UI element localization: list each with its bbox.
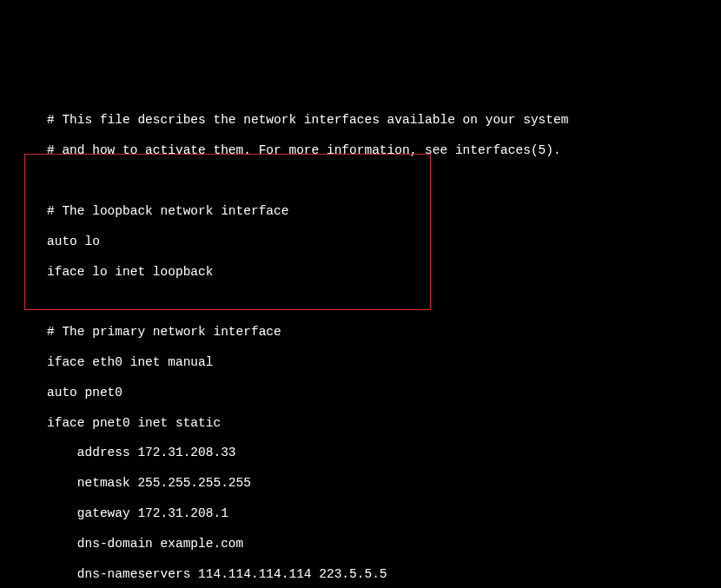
config-line: gateway 172.31.208.1: [47, 506, 721, 521]
config-line: dns-nameservers 114.114.114.114 223.5.5.…: [47, 567, 721, 582]
config-line: # The loopback network interface: [47, 204, 721, 219]
config-line: # and how to activate them. For more inf…: [47, 143, 721, 158]
config-line: dns-domain example.com: [47, 537, 721, 552]
config-line: address 172.31.208.33: [47, 446, 721, 460]
config-line: auto pnet0: [47, 386, 721, 400]
config-line: iface eth0 inet manual: [47, 355, 721, 370]
config-line: iface lo inet loopback: [47, 265, 721, 280]
config-line: netmask 255.255.255.255: [47, 476, 721, 491]
config-line: [47, 294, 721, 309]
config-line: # This file describes the network interf…: [47, 113, 721, 128]
config-line: iface pnet0 inet static: [47, 416, 721, 431]
config-line: [47, 174, 721, 188]
config-line: # The primary network interface: [47, 325, 721, 340]
config-line: auto lo: [47, 235, 721, 249]
